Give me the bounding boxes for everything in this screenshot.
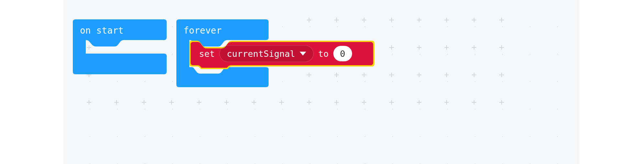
on-start-block[interactable]: on start — [73, 19, 167, 74]
value-text: 0 — [340, 49, 345, 59]
variable-name: currentSignal — [227, 49, 295, 59]
forever-label: forever — [183, 25, 222, 36]
chevron-down-icon — [300, 52, 306, 56]
blocks-workspace[interactable]: on start forever set currentSignal to 0 — [63, 0, 579, 164]
variable-dropdown[interactable]: currentSignal — [219, 45, 314, 62]
set-keyword: set — [199, 49, 215, 59]
to-keyword: to — [318, 49, 329, 59]
value-input[interactable]: 0 — [333, 46, 352, 61]
set-variable-block[interactable]: set currentSignal to 0 — [189, 41, 374, 67]
on-start-label: on start — [80, 25, 124, 36]
